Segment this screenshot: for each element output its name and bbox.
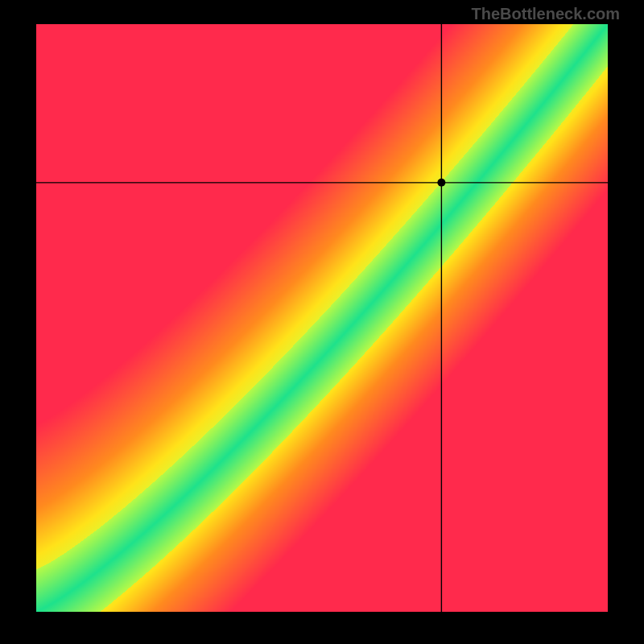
heatmap-plot: [36, 24, 608, 612]
heatmap-canvas: [36, 24, 608, 612]
attribution-text: TheBottleneck.com: [472, 5, 620, 23]
